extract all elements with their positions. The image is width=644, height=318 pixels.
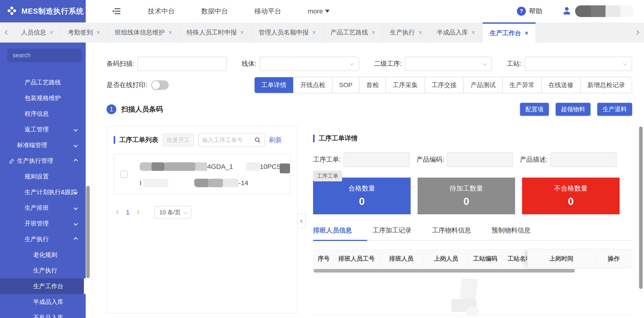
close-icon[interactable]: × bbox=[168, 29, 172, 36]
workorder-search-box[interactable] bbox=[198, 133, 265, 147]
close-icon[interactable]: × bbox=[96, 29, 100, 36]
order-line-1: 4GDA_1 10PCS bbox=[140, 160, 290, 173]
sidebar-item-semi-finished-inbound[interactable]: 半成品入库 bbox=[0, 294, 86, 310]
page-number[interactable]: 1 bbox=[122, 208, 133, 216]
help-label[interactable]: 帮助 bbox=[529, 7, 542, 16]
view-tab-sop[interactable]: SOP bbox=[332, 77, 359, 93]
view-tab-production-abnormal[interactable]: 生产异常 bbox=[502, 77, 541, 93]
sidebar-item-production-scheduling[interactable]: 生产排班 bbox=[0, 200, 86, 216]
view-tabs-group: 工单详情 开线点检 SOP 首检 工序采集 工序交接 产品测试 生产异常 在线送… bbox=[254, 77, 632, 93]
sidebar-item-program-info[interactable]: 程序信息 bbox=[0, 106, 86, 122]
line-select[interactable] bbox=[260, 57, 359, 71]
close-icon[interactable]: × bbox=[525, 30, 528, 37]
tab-semi-finished-inbound[interactable]: 半成品入库× bbox=[430, 23, 483, 43]
sidebar-item-production-workbench[interactable]: 生产工作台 bbox=[0, 278, 86, 294]
view-tab-product-test[interactable]: 产品测试 bbox=[464, 77, 502, 93]
page-size-select[interactable]: 10 条/页 bbox=[154, 206, 191, 219]
secondary-process-field: 二级工序: bbox=[374, 57, 492, 71]
close-icon[interactable]: × bbox=[50, 29, 53, 36]
online-print-toggle[interactable] bbox=[151, 80, 169, 90]
tabs-scroll-right[interactable] bbox=[630, 23, 644, 43]
barcode-scan-input[interactable] bbox=[138, 57, 227, 71]
tab-product-process-route[interactable]: 产品工艺路线× bbox=[323, 23, 383, 43]
sidebar-item-rework-mgmt[interactable]: 返工管理 bbox=[0, 122, 86, 137]
panels-row: 工序工单列表 批量开工 刷新 bbox=[106, 126, 632, 315]
next-page-button[interactable] bbox=[133, 208, 142, 217]
sidebar-item-plan-exec-tracking[interactable]: 生产计划执行&跟踪 bbox=[0, 184, 86, 200]
view-tab-line-open-check[interactable]: 开线点检 bbox=[293, 77, 332, 93]
view-tab-workorder-detail[interactable]: 工单详情 bbox=[255, 77, 293, 93]
view-tab-process-handover[interactable]: 工序交接 bbox=[424, 77, 464, 93]
barcode-scan-field: 条码扫描: bbox=[106, 57, 227, 71]
sidebar-item-shift-mgmt[interactable]: 开班管理 bbox=[0, 216, 86, 231]
tab-team-line-maintain[interactable]: 班组线体信息维护× bbox=[108, 23, 180, 43]
qualified-qty-card: 合格数量 0 bbox=[313, 178, 410, 214]
production-return-button[interactable]: 生产退料 bbox=[597, 103, 632, 116]
horizontal-scrollbar[interactable] bbox=[314, 269, 575, 272]
sidebar-item-standard-terminal-mgmt[interactable]: 标准端管理 bbox=[0, 137, 86, 153]
extra-material-button[interactable]: 超领物料 bbox=[556, 103, 590, 116]
station-select[interactable] bbox=[525, 57, 632, 71]
nav-mobile-platform[interactable]: 移动平台 bbox=[254, 7, 281, 16]
sidebar-item-defective-inbound[interactable]: 不良品入库 bbox=[0, 310, 86, 318]
close-icon[interactable]: × bbox=[372, 29, 375, 36]
view-tab-new-final-inspection[interactable]: 新增总检记录 bbox=[580, 77, 632, 93]
sidebar-scrollbar[interactable] bbox=[86, 186, 90, 278]
sidebar-item-production-exec-group[interactable]: 生产执行 bbox=[0, 231, 86, 247]
view-tab-first-inspection[interactable]: 首检 bbox=[359, 77, 386, 93]
secondary-process-label: 二级工序: bbox=[374, 59, 402, 68]
col-station-code: 工站编码 bbox=[468, 249, 502, 268]
tab-personnel-info[interactable]: 人员信息× bbox=[14, 23, 61, 43]
pending-qty-value: 0 bbox=[418, 195, 515, 207]
product-desc-input-disabled bbox=[550, 152, 616, 167]
close-icon[interactable]: × bbox=[312, 29, 316, 36]
detail-tab-shift-personnel[interactable]: 排班人员信息 bbox=[313, 226, 352, 235]
col-station-name: 工站名称 bbox=[502, 249, 527, 268]
close-icon[interactable]: × bbox=[418, 29, 422, 36]
detail-tab-prefab-materials[interactable]: 预制物料信息 bbox=[492, 226, 530, 235]
close-icon[interactable]: × bbox=[472, 29, 475, 36]
sidebar-search-input[interactable] bbox=[7, 49, 82, 62]
workorder-list-item[interactable]: 4GDA_1 10PCS I bbox=[114, 154, 290, 194]
view-tab-process-collection[interactable]: 工序采集 bbox=[386, 77, 424, 93]
sidebar-item-production-exec-page[interactable]: 生产执行 bbox=[0, 263, 86, 278]
tab-production-workbench[interactable]: 生产工作台× bbox=[483, 23, 536, 43]
tab-special-hours-declare[interactable]: 特殊人员工时申报× bbox=[180, 23, 251, 43]
tab-attendance-signin[interactable]: 考勤签到× bbox=[61, 23, 108, 43]
tabs-scroll-left[interactable] bbox=[0, 23, 14, 43]
batch-start-button[interactable]: 批量开工 bbox=[163, 133, 194, 146]
menu-fold-icon[interactable] bbox=[112, 7, 122, 15]
tab-manager-quota-declare[interactable]: 管理人员名额申报× bbox=[251, 23, 323, 43]
chevron-down-icon bbox=[74, 206, 78, 210]
detail-tab-process-materials[interactable]: 工序物料信息 bbox=[432, 226, 471, 235]
refresh-link[interactable]: 刷新 bbox=[269, 136, 282, 144]
nav-data-platform[interactable]: 数据中台 bbox=[201, 7, 228, 16]
header-right: ? 帮助 bbox=[517, 5, 634, 17]
top-header: MES制造执行系统 技术中台 数据中台 移动平台 more ? 帮助 bbox=[0, 0, 644, 23]
user-menu[interactable] bbox=[562, 5, 634, 17]
qualified-qty-value: 0 bbox=[313, 195, 410, 207]
step-number-badge: 1 bbox=[106, 104, 116, 114]
sidebar-item-rule-setting[interactable]: 规则设置 bbox=[0, 169, 86, 184]
collapse-panel-handle[interactable] bbox=[297, 214, 306, 228]
prev-page-button[interactable] bbox=[114, 208, 122, 217]
product-code-field: 产品编码: bbox=[416, 152, 513, 167]
secondary-process-select[interactable] bbox=[405, 57, 492, 71]
tab-production-exec[interactable]: 生产执行× bbox=[383, 23, 430, 43]
nav-tech-platform[interactable]: 技术中台 bbox=[148, 7, 175, 16]
workorder-search-input[interactable] bbox=[202, 137, 247, 144]
order-line2-fragment: -14 bbox=[238, 179, 248, 187]
view-tab-online-repair[interactable]: 在线送修 bbox=[541, 77, 580, 93]
detail-tab-process-records[interactable]: 工序加工记录 bbox=[372, 226, 412, 235]
vertical-scrollbar[interactable] bbox=[639, 127, 643, 289]
nav-more-dropdown[interactable]: more bbox=[308, 8, 330, 15]
config-items-button[interactable]: 配置项 bbox=[520, 103, 549, 116]
redaction-blob bbox=[195, 162, 207, 171]
order-checkbox[interactable] bbox=[120, 171, 128, 178]
sidebar-item-aging-rules[interactable]: 老化规则 bbox=[0, 247, 86, 263]
sidebar-item-production-exec-mgmt[interactable]: 生产执行管理 bbox=[0, 153, 86, 169]
sidebar-item-packaging-spec[interactable]: 包装规格维护 bbox=[0, 90, 86, 106]
help-icon[interactable]: ? bbox=[517, 7, 526, 16]
sidebar-item-product-process-route[interactable]: 产品工艺路线 bbox=[0, 75, 86, 90]
close-icon[interactable]: × bbox=[240, 29, 244, 36]
